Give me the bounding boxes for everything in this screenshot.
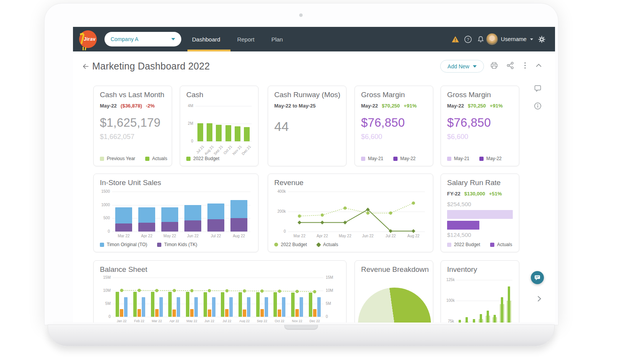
kpi-period: May-22 — [100, 103, 117, 109]
legend-label: Actuals — [323, 242, 338, 247]
bar — [480, 314, 482, 323]
gridline — [196, 141, 252, 142]
card-gross-margin-1: Gross Margin May-22 $70,250 +91% $76,850… — [355, 86, 433, 166]
legend-item: Previous Year — [100, 156, 135, 161]
bar — [487, 311, 489, 323]
legend-swatch — [145, 157, 149, 161]
in-store-stacked-bar-chart: 150010005000Mar 22Apr 22May 22Jun 22Jul … — [99, 189, 254, 239]
kpi-primary-value: $76,850 — [361, 116, 405, 130]
chevron-right-icon[interactable] — [535, 295, 543, 303]
bar — [216, 125, 222, 141]
active-tab-underline — [187, 50, 230, 51]
legend-label: Timon Original (TO) — [107, 242, 147, 247]
jirav-logo[interactable]: Jirav — [79, 30, 97, 48]
legend-item: Timon Original (TO) — [100, 242, 147, 247]
kpi-delta-value: $70,250 — [382, 103, 400, 109]
legend-swatch — [274, 243, 278, 247]
x-axis-label: Jan 22 — [113, 319, 131, 323]
legend-label: May-22 — [400, 156, 416, 161]
username-label[interactable]: Username — [501, 36, 527, 42]
tab-report[interactable]: Report — [237, 36, 254, 43]
line-series-overlay — [273, 189, 440, 236]
cash-bar-chart: 4M2M0Jul 21Aug 21Sep 21Oct 21Nov 21Dec 2… — [186, 103, 254, 150]
kpi-secondary-value: $6,600 — [447, 133, 468, 141]
hbar — [447, 221, 479, 230]
kpi-period-row: May-22 $70,250 +91% — [361, 103, 417, 109]
bar — [225, 125, 231, 141]
kpi-period-row: FY-22 $130,000 +51% — [447, 191, 502, 197]
kpi-delta-value: $130,000 — [464, 191, 485, 197]
legend-label: May-22 — [486, 156, 502, 161]
card-title: In-Store Unit Sales — [100, 179, 161, 187]
tab-dashboard[interactable]: Dashboard — [192, 36, 220, 43]
bar — [459, 320, 461, 323]
chevron-down-icon[interactable] — [530, 38, 533, 40]
stacked-bar-segment — [161, 222, 178, 232]
add-new-label: Add New — [447, 63, 469, 69]
gridline — [456, 301, 512, 301]
chart-legend: 2022 BudgetActuals — [274, 242, 338, 247]
chat-fab[interactable] — [531, 271, 544, 284]
company-selector-value: Company A — [111, 36, 138, 42]
stacked-bar-segment — [115, 207, 132, 223]
print-icon[interactable] — [490, 61, 498, 69]
bar — [235, 126, 240, 141]
stacked-bar-segment — [184, 205, 201, 221]
legend-label: Timon Kids (TK) — [164, 242, 197, 247]
add-new-button[interactable]: Add New — [440, 60, 484, 73]
hbar — [447, 210, 513, 219]
svg-text:?: ? — [467, 37, 469, 42]
tab-plan[interactable]: Plan — [271, 36, 283, 43]
legend-swatch — [447, 157, 451, 161]
x-axis-label: May 22 — [183, 319, 201, 323]
kpi-period: May-22 — [447, 103, 464, 109]
kpi-delta-pct: +91% — [404, 103, 417, 109]
collapse-chevron-up-icon[interactable] — [535, 61, 543, 69]
help-icon[interactable]: ? — [464, 35, 472, 43]
legend-swatch — [100, 157, 104, 161]
stacked-bar-segment — [161, 207, 178, 222]
legend-label: Actuals — [497, 242, 512, 247]
card-title: Cash vs Last Month — [100, 91, 164, 99]
chart-legend: 2022 Budget — [186, 156, 219, 161]
kebab-menu-icon[interactable] — [522, 61, 528, 69]
card-title: Salary Run Rate — [447, 179, 500, 187]
y-axis-label: 500 — [99, 216, 110, 220]
legend-item: Timon Kids (TK) — [157, 242, 197, 247]
logo-text: Jirav — [84, 36, 96, 42]
legend-swatch — [479, 157, 484, 161]
x-axis-label: Oct 21 — [222, 144, 233, 155]
gridline — [196, 106, 252, 106]
legend-item: Actuals — [317, 242, 338, 247]
card-salary-run-rate: Salary Run Rate FY-22 $130,000 +51% $254… — [441, 174, 519, 252]
bar — [197, 123, 203, 141]
card-cash: Cash 4M2M0Jul 21Aug 21Sep 21Oct 21Nov 21… — [180, 86, 259, 166]
back-arrow-icon[interactable] — [81, 63, 89, 70]
x-axis-label: Aug 22 — [236, 319, 254, 323]
kpi-period-row: May-22 ($36,878) -2% — [100, 103, 155, 109]
x-axis-label: Dec 21 — [241, 144, 252, 156]
gear-icon[interactable] — [538, 35, 546, 43]
card-title: Balance Sheet — [100, 265, 147, 274]
warning-icon[interactable] — [451, 35, 459, 43]
comment-icon[interactable] — [534, 84, 542, 92]
kpi-secondary-value: $1,662,057 — [100, 133, 134, 141]
kpi-period-row: May-22 $70,250 +91% — [447, 103, 503, 109]
x-axis-label: May 22 — [158, 234, 181, 238]
user-avatar[interactable] — [486, 33, 498, 45]
kpi-delta-value: ($36,878) — [121, 103, 142, 109]
chart-legend: May-21May-22 — [361, 156, 416, 161]
company-selector[interactable]: Company A — [104, 32, 181, 46]
x-axis-label: Jul 22 — [218, 319, 236, 323]
card-title: Gross Margin — [447, 91, 491, 99]
share-icon[interactable] — [506, 61, 514, 69]
chevron-down-icon — [473, 65, 477, 68]
top-navbar: Jirav Company A Dashboard Report Plan — [73, 27, 555, 51]
bell-icon[interactable] — [477, 35, 485, 43]
info-icon[interactable] — [534, 102, 542, 110]
laptop-lid: Jirav Company A Dashboard Report Plan — [44, 3, 558, 325]
x-axis-label: Sep 22 — [253, 319, 271, 323]
salary-hbar-chart — [447, 210, 513, 230]
legend-item: May-21 — [447, 156, 469, 161]
card-title: Gross Margin — [361, 91, 405, 99]
